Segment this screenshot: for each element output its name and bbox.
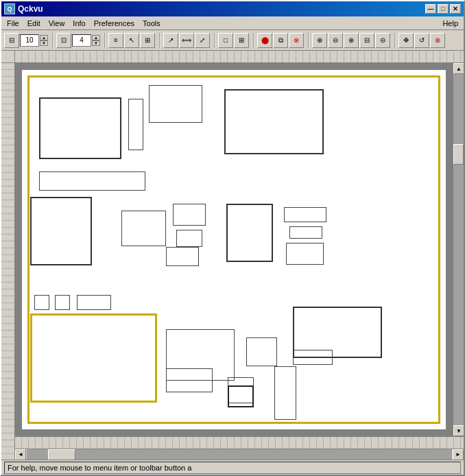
menu-file[interactable]: File — [3, 18, 23, 29]
room-sm-2 — [176, 230, 202, 247]
separator-5 — [253, 33, 254, 48]
scale-up[interactable]: ▲ — [92, 35, 100, 40]
highlight-btn[interactable]: ⬤ — [257, 33, 272, 48]
canvas-and-vscroll: ▲ ▼ — [15, 63, 464, 436]
app-icon: Q — [4, 3, 15, 14]
ruler-corner — [1, 51, 15, 63]
ruler-top — [15, 51, 464, 63]
zoom-prev-btn[interactable]: ⊖ — [375, 33, 390, 48]
menu-edit[interactable]: Edit — [23, 18, 45, 29]
separator-2 — [104, 33, 106, 48]
ruler-bottom — [15, 436, 464, 449]
title-bar-left: Q Qckvu — [4, 3, 43, 14]
rect-btn[interactable]: □ — [218, 33, 233, 48]
cursor-btn[interactable]: ↗ — [163, 33, 178, 48]
scroll-up-btn[interactable]: ▲ — [453, 63, 464, 74]
room-living — [39, 97, 121, 159]
scroll-right-btn[interactable]: ► — [453, 449, 464, 460]
separator-4 — [214, 33, 215, 48]
cancel-btn[interactable]: ⊗ — [430, 33, 445, 48]
copy-btn[interactable]: ⧉ — [273, 33, 288, 48]
window-title: Qckvu — [18, 4, 43, 14]
scale-down[interactable]: ▼ — [92, 40, 100, 46]
menu-view[interactable]: View — [45, 18, 69, 29]
filter-down[interactable]: ▼ — [40, 40, 48, 46]
room-sm-1 — [173, 204, 206, 226]
menu-info[interactable]: Info — [69, 18, 89, 29]
room-center-right — [226, 204, 273, 262]
scroll-down-btn[interactable]: ▼ — [453, 425, 464, 436]
room-sm-bot-2 — [228, 385, 254, 407]
scale-icon[interactable]: ⊡ — [56, 33, 71, 48]
stop-btn[interactable]: ⊗ — [289, 33, 304, 48]
toolbar: ⊟ ▲ ▼ ⊡ ▲ ▼ ≡ ↖ — [1, 30, 464, 51]
grid-btn[interactable]: ⊞ — [234, 33, 249, 48]
separator-6 — [308, 33, 309, 48]
scale-input[interactable] — [72, 34, 91, 47]
menu-bar: File Edit View Info Preferences Tools He… — [1, 16, 464, 30]
room-bc-sm-1 — [166, 368, 213, 392]
toolbar-tools-2: ↗ ⟺ ⤢ — [163, 33, 210, 48]
drawing-area — [22, 70, 446, 429]
room-bottom-right — [293, 307, 382, 358]
move-btn[interactable]: ⟺ — [179, 33, 194, 48]
canvas-wrapper: ▲ ▼ ◄ ► — [15, 51, 464, 460]
hscroll-thumb[interactable] — [48, 449, 75, 460]
room-sm-3 — [166, 247, 199, 266]
filter-icon[interactable]: ⊟ — [4, 33, 19, 48]
filter-up[interactable]: ▲ — [40, 35, 48, 40]
maximize-button[interactable]: □ — [438, 4, 449, 14]
scale-input-group: ▲ ▼ — [72, 34, 100, 47]
status-bar: For help, move mouse to menu item or too… — [1, 460, 464, 475]
zoom-fit-btn[interactable]: ⊕ — [344, 33, 359, 48]
main-window: Q Qckvu — □ ✕ File Edit View Info Prefer… — [0, 0, 465, 476]
zoom-window-btn[interactable]: ⊟ — [359, 33, 374, 48]
filter-spinner: ▲ ▼ — [40, 35, 48, 46]
pan-btn[interactable]: ✥ — [398, 33, 414, 48]
minimize-button[interactable]: — — [425, 4, 436, 14]
refresh-btn[interactable]: ↺ — [414, 33, 429, 48]
room-bottom-left — [30, 313, 157, 403]
canvas-area[interactable] — [15, 63, 453, 436]
elem-bl-3 — [77, 295, 111, 310]
vscroll-thumb[interactable] — [453, 144, 464, 165]
room-top-center — [149, 85, 202, 123]
separator-1 — [52, 33, 53, 48]
title-buttons: — □ ✕ — [425, 4, 461, 14]
ruler-left-ticks — [1, 63, 14, 460]
room-bcr-1 — [246, 337, 277, 366]
menu-tools[interactable]: Tools — [139, 18, 165, 29]
element-long-h — [39, 171, 145, 191]
filter-input[interactable] — [20, 34, 39, 47]
room-right-sm-1 — [284, 207, 326, 222]
vscroll-track[interactable] — [453, 74, 464, 425]
toolbar-nav: ✥ ↺ ⊗ — [398, 33, 445, 48]
select-btn[interactable]: ↖ — [124, 33, 139, 48]
title-bar: Q Qckvu — □ ✕ — [1, 1, 464, 16]
room-left-mid — [30, 197, 92, 265]
menu-preferences[interactable]: Preferences — [90, 18, 139, 29]
room-center-left — [121, 211, 166, 246]
toolbar-zoom: ⊕ ⊖ ⊕ ⊟ ⊖ — [312, 33, 390, 48]
zoom-in-btn[interactable]: ⊕ — [312, 33, 327, 48]
ruler-left — [1, 51, 15, 460]
box-select-btn[interactable]: ⊞ — [140, 33, 155, 48]
room-right-sm-3 — [286, 243, 324, 265]
filter-input-group: ▲ ▼ — [20, 34, 48, 47]
scroll-left-btn[interactable]: ◄ — [15, 449, 26, 460]
hscroll-track[interactable] — [27, 449, 452, 460]
hscrollbar: ◄ ► — [15, 449, 464, 460]
close-button[interactable]: ✕ — [450, 4, 461, 14]
menu-help[interactable]: Help — [438, 18, 462, 29]
stretch-btn[interactable]: ⤢ — [195, 33, 210, 48]
select-all-btn[interactable]: ≡ — [108, 33, 123, 48]
separator-3 — [159, 33, 160, 48]
toolbar-scale-group: ⊡ ▲ ▼ — [56, 33, 100, 48]
room-top-right — [224, 89, 324, 154]
ruler-top-ticks — [15, 51, 464, 62]
vscrollbar: ▲ ▼ — [453, 63, 464, 436]
zoom-out-btn[interactable]: ⊖ — [328, 33, 343, 48]
room-right-sm-2 — [289, 226, 322, 239]
toolbar-tools-3: □ ⊞ — [218, 33, 249, 48]
room-small-vert — [128, 99, 143, 150]
